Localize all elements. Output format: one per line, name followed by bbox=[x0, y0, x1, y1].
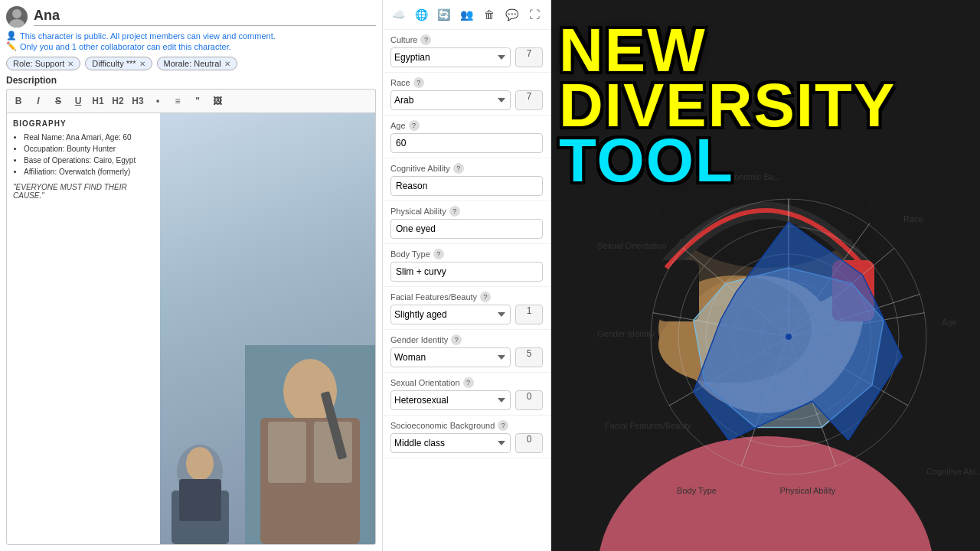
field-culture: Culture ? Egyptian 7 bbox=[383, 30, 550, 73]
tag-remove-role[interactable]: ✕ bbox=[67, 60, 74, 68]
tag-difficulty[interactable]: Difficulty *** ✕ bbox=[85, 57, 152, 70]
field-orientation: Sexual Orientation ? Heterosexual 0 bbox=[383, 373, 550, 416]
field-cognitive: Cognitive Ability ? bbox=[383, 158, 550, 201]
title-diversity: DIVERSITY bbox=[559, 78, 980, 133]
image-button[interactable]: 🖼 bbox=[209, 93, 226, 109]
ul-button[interactable]: • bbox=[149, 93, 166, 109]
bio-list: Real Name: Ana Amari, Age: 60 Occupation… bbox=[13, 132, 154, 177]
bio-image bbox=[160, 113, 375, 544]
gender-number: 5 bbox=[515, 347, 543, 367]
char-header: Ana bbox=[6, 6, 376, 28]
h1-button[interactable]: H1 bbox=[90, 93, 106, 109]
chat-icon[interactable]: 💬 bbox=[504, 6, 521, 23]
field-age: Age ? bbox=[383, 116, 550, 158]
globe-icon[interactable]: 🌐 bbox=[413, 6, 430, 23]
middle-toolbar: ☁️ 🌐 🔄 👥 🗑 💬 ⛶ bbox=[383, 0, 550, 30]
svg-point-1 bbox=[9, 19, 24, 28]
portrait-large bbox=[245, 345, 375, 544]
quote-button[interactable]: " bbox=[189, 93, 206, 109]
field-gender: Gender Identity ? Woman 5 bbox=[383, 330, 550, 373]
age-input[interactable] bbox=[390, 133, 543, 153]
tags-row: Role: Support ✕ Difficulty *** ✕ Morale:… bbox=[6, 57, 376, 70]
public-notice: 👤 This character is public. All project … bbox=[6, 31, 376, 41]
bio-item-1: Real Name: Ana Amari, Age: 60 bbox=[24, 132, 154, 142]
socioeconomic-number: 0 bbox=[515, 433, 543, 453]
body-type-input[interactable] bbox=[390, 262, 543, 282]
italic-button[interactable]: I bbox=[30, 93, 47, 109]
svg-marker-41 bbox=[694, 222, 902, 440]
facial-select[interactable]: Slightly aged bbox=[390, 305, 511, 324]
field-race: Race ? Arab 7 bbox=[383, 73, 550, 116]
description-label: Description bbox=[6, 75, 376, 86]
editor-area[interactable]: BIOGRAPHY Real Name: Ana Amari, Age: 60 … bbox=[6, 112, 376, 545]
field-facial: Facial Features/Beauty ? Slightly aged 1 bbox=[383, 287, 550, 330]
orientation-info[interactable]: ? bbox=[463, 377, 474, 388]
tag-remove-morale[interactable]: ✕ bbox=[224, 60, 230, 68]
bio-item-3: Base of Operations: Cairo, Egypt bbox=[24, 155, 154, 165]
tag-remove-difficulty[interactable]: ✕ bbox=[139, 60, 145, 68]
radar-label-physical: Physical Ability bbox=[780, 486, 836, 495]
underline-button[interactable]: U bbox=[70, 93, 87, 109]
right-panel: Socioeconomic Ba... Race Age Cognitive A… bbox=[551, 0, 980, 551]
svg-rect-9 bbox=[268, 422, 306, 483]
tag-role[interactable]: Role: Support ✕ bbox=[6, 57, 80, 70]
radar-label-gender: Gender Identity bbox=[597, 329, 655, 338]
refresh-icon[interactable]: 🔄 bbox=[436, 6, 452, 23]
orientation-select[interactable]: Heterosexual bbox=[390, 390, 511, 410]
trash-icon[interactable]: 🗑 bbox=[481, 6, 498, 23]
culture-select[interactable]: Egyptian bbox=[390, 47, 511, 67]
svg-rect-5 bbox=[179, 479, 221, 521]
radar-label-age: Age bbox=[942, 318, 957, 327]
portrait-small bbox=[164, 437, 237, 544]
radar-label-cognitive: Cognitive Abi... bbox=[926, 467, 980, 476]
field-socioeconomic: Socioeconomic Background ? Middle class … bbox=[383, 416, 550, 458]
physical-info[interactable]: ? bbox=[449, 206, 460, 217]
body-type-info[interactable]: ? bbox=[433, 249, 444, 259]
bio-title: BIOGRAPHY bbox=[13, 119, 154, 128]
info-icon: 👤 bbox=[6, 31, 17, 41]
orientation-number: 0 bbox=[515, 390, 543, 410]
radar-chart: Socioeconomic Ba... Race Age Cognitive A… bbox=[590, 138, 980, 536]
users-icon[interactable]: 👥 bbox=[459, 6, 475, 23]
facial-info[interactable]: ? bbox=[480, 292, 491, 302]
field-body-type: Body Type ? bbox=[383, 244, 550, 287]
bold-button[interactable]: B bbox=[10, 93, 27, 109]
cloud-icon[interactable]: ☁️ bbox=[390, 6, 407, 23]
title-new: NEW bbox=[559, 23, 980, 78]
gender-info[interactable]: ? bbox=[451, 334, 462, 345]
expand-icon[interactable]: ⛶ bbox=[526, 6, 543, 23]
age-info[interactable]: ? bbox=[409, 120, 420, 131]
h2-button[interactable]: H2 bbox=[109, 93, 126, 109]
title-overlay: NEW DIVERSITY TOOL bbox=[559, 23, 980, 188]
culture-info[interactable]: ? bbox=[420, 34, 431, 45]
physical-input[interactable] bbox=[390, 219, 543, 239]
socioeconomic-select[interactable]: Middle class bbox=[390, 433, 511, 453]
biography-section: BIOGRAPHY Real Name: Ana Amari, Age: 60 … bbox=[7, 113, 375, 544]
tag-morale[interactable]: Morale: Neutral ✕ bbox=[157, 57, 237, 70]
radar-label-orientation: Sexual Orientation bbox=[597, 241, 667, 250]
race-number: 7 bbox=[515, 90, 543, 110]
avatar bbox=[6, 6, 28, 28]
cognitive-info[interactable]: ? bbox=[453, 163, 464, 174]
character-name: Ana bbox=[34, 8, 376, 26]
cognitive-input[interactable] bbox=[390, 176, 543, 196]
svg-point-0 bbox=[12, 9, 21, 18]
h3-button[interactable]: H3 bbox=[129, 93, 146, 109]
svg-point-42 bbox=[786, 334, 792, 340]
gender-select[interactable]: Woman bbox=[390, 347, 511, 367]
facial-number: 1 bbox=[515, 305, 543, 324]
middle-panel: ☁️ 🌐 🔄 👥 🗑 💬 ⛶ Culture ? Egyptian 7 Race… bbox=[383, 0, 551, 551]
bio-quote: "EVERYONE MUST FIND THEIR CAUSE." bbox=[13, 183, 154, 200]
socioeconomic-info[interactable]: ? bbox=[498, 420, 508, 431]
title-tool: TOOL bbox=[559, 133, 980, 188]
edit-notice: ✏️ Only you and 1 other collaborator can… bbox=[6, 41, 376, 51]
svg-point-4 bbox=[186, 447, 214, 481]
bio-text: BIOGRAPHY Real Name: Ana Amari, Age: 60 … bbox=[7, 113, 160, 544]
ol-button[interactable]: ≡ bbox=[169, 93, 186, 109]
radar-label-race: Race bbox=[903, 214, 923, 223]
race-select[interactable]: Arab bbox=[390, 90, 511, 110]
race-info[interactable]: ? bbox=[413, 77, 424, 88]
strike-button[interactable]: S bbox=[50, 93, 67, 109]
bio-item-4: Affiliation: Overwatch (formerly) bbox=[24, 167, 154, 177]
radar-label-facial: Facial Features/Beauty bbox=[605, 421, 692, 430]
